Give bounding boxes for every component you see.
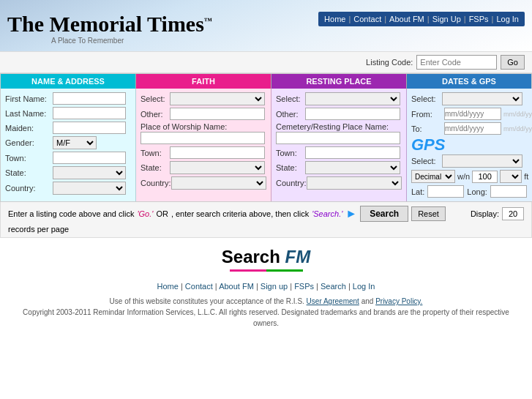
dates-to-input[interactable] <box>444 122 501 135</box>
footer-copy1: Use of this website constitutes your acc… <box>22 296 510 307</box>
listing-code-input[interactable] <box>416 55 497 70</box>
country-row: Country: <box>5 182 131 195</box>
wn-unit-select[interactable] <box>500 170 522 183</box>
reset-button[interactable]: Reset <box>411 206 446 221</box>
town-label: Town: <box>5 154 53 163</box>
faith-country-select[interactable] <box>171 176 266 190</box>
header-nav: Home | Contact | About FM | Sign Up | FS… <box>318 12 525 26</box>
privacy-policy-link[interactable]: Privacy Policy. <box>375 297 422 305</box>
faith-state-row: State: <box>141 161 266 174</box>
faith-town-input[interactable] <box>170 146 265 159</box>
first-name-input[interactable] <box>53 92 126 105</box>
go-button[interactable]: Go <box>501 55 525 70</box>
display-label: Display: <box>471 209 499 218</box>
footer-search[interactable]: Search <box>321 282 346 291</box>
town-input[interactable] <box>53 152 126 164</box>
gps-select-row: Select: <box>411 154 532 168</box>
first-name-row: First Name: <box>5 92 131 105</box>
last-name-row: Last Name: <box>5 107 131 119</box>
nav-about-fm[interactable]: About FM <box>389 15 424 23</box>
col-faith-header: FAITH <box>136 74 271 89</box>
lat-input[interactable] <box>427 185 464 198</box>
faith-other-label: Other: <box>141 110 170 119</box>
nav-sign-up[interactable]: Sign Up <box>432 15 461 23</box>
hint-middle: , enter search criteria above, then clic… <box>171 209 309 218</box>
wn-label: w/n <box>457 172 470 181</box>
last-name-input[interactable] <box>53 107 126 119</box>
faith-other-input[interactable] <box>170 108 265 120</box>
user-agreement-link[interactable]: User Agreement <box>307 297 359 305</box>
site-title: The Memorial Times™ <box>7 13 212 35</box>
search-link-text: 'Search.' <box>312 209 342 218</box>
nav-contact[interactable]: Contact <box>353 15 381 23</box>
listing-code-label: Listing Code: <box>366 58 413 67</box>
resting-select[interactable] <box>305 92 400 105</box>
faith-place-input[interactable] <box>141 132 265 144</box>
maiden-input[interactable] <box>53 122 126 134</box>
state-label: State: <box>5 168 53 177</box>
gps-select-label: Select: <box>411 157 442 165</box>
state-select[interactable] <box>53 166 126 179</box>
nav-home[interactable]: Home <box>324 15 345 23</box>
resting-other-row: Other: <box>276 108 402 120</box>
footer-home[interactable]: Home <box>157 282 179 291</box>
footer-fsps[interactable]: FSPs <box>294 282 314 291</box>
form-body: First Name: Last Name: Maiden: Gender: M… <box>1 89 531 201</box>
resting-other-input[interactable] <box>305 108 400 120</box>
dates-from-input[interactable] <box>444 108 501 120</box>
resting-town-input[interactable] <box>305 146 400 159</box>
gender-select[interactable]: M/F Male Female <box>53 136 97 149</box>
footer-login[interactable]: Log In <box>353 282 375 291</box>
nav-login[interactable]: Log In <box>496 15 519 23</box>
nav-fsps[interactable]: FSPs <box>469 15 489 23</box>
footer-copy: Use of this website constitutes your acc… <box>0 294 532 336</box>
gender-label: Gender: <box>5 138 53 147</box>
ft-label: ft <box>524 172 528 181</box>
resting-place-input[interactable] <box>276 132 400 144</box>
last-name-label: Last Name: <box>5 109 53 118</box>
resting-country-row: Country: <box>276 176 402 190</box>
resting-place-row: Cemetery/Resting Place Name: <box>276 122 402 144</box>
resting-state-select[interactable] <box>305 161 400 174</box>
dates-to-row: To: mm/dd/yyyy <box>411 122 532 135</box>
resting-select-row: Select: <box>276 92 402 105</box>
arrow-icon: ► <box>345 207 357 220</box>
faith-place-row: Place of Worship Name: <box>141 122 266 144</box>
resting-select-label: Select: <box>276 94 305 103</box>
decimal-select[interactable]: Decimal <box>411 170 455 183</box>
listing-bar: Listing Code: Go <box>0 51 532 73</box>
footer-contact[interactable]: Contact <box>185 282 213 291</box>
long-input[interactable] <box>490 185 527 198</box>
resting-country-select[interactable] <box>307 176 402 190</box>
maiden-label: Maiden: <box>5 124 53 133</box>
gps-label: GPS <box>411 135 445 154</box>
dates-select[interactable] <box>442 92 522 105</box>
town-row: Town: <box>5 152 131 164</box>
faith-select[interactable] <box>170 92 265 105</box>
hint-start: Enter a listing code above and click <box>8 209 134 218</box>
search-button[interactable]: Search <box>360 206 408 222</box>
gps-select[interactable] <box>442 154 522 168</box>
search-form: NAME & ADDRESS FAITH RESTING PLACE DATES… <box>0 73 532 202</box>
col-faith-body: Select: Other: Place of Worship Name: To… <box>136 89 271 201</box>
gender-row: Gender: M/F Male Female <box>5 136 131 149</box>
gps-decimal-row: Decimal w/n ft <box>411 170 532 183</box>
faith-state-select[interactable] <box>170 161 265 174</box>
long-label: Long: <box>467 187 487 196</box>
dates-select-row: Select: <box>411 92 532 105</box>
faith-select-label: Select: <box>141 94 170 103</box>
state-row: State: <box>5 166 131 179</box>
display-input[interactable] <box>502 207 524 220</box>
footer-sign-up[interactable]: Sign up <box>261 282 288 291</box>
faith-state-label: State: <box>141 163 170 172</box>
search-fm-section: Search FM <box>0 238 532 276</box>
wn-input[interactable] <box>472 171 498 183</box>
resting-town-row: Town: <box>276 146 402 159</box>
header-left: The Memorial Times™ A Place To Remember <box>7 6 212 51</box>
footer-about-fm[interactable]: About FM <box>219 282 254 291</box>
resting-state-label: State: <box>276 163 305 172</box>
country-select[interactable] <box>53 182 126 195</box>
faith-place-label: Place of Worship Name: <box>141 122 266 131</box>
resting-country-label: Country: <box>276 179 307 187</box>
dates-from-label: From: <box>411 110 442 119</box>
